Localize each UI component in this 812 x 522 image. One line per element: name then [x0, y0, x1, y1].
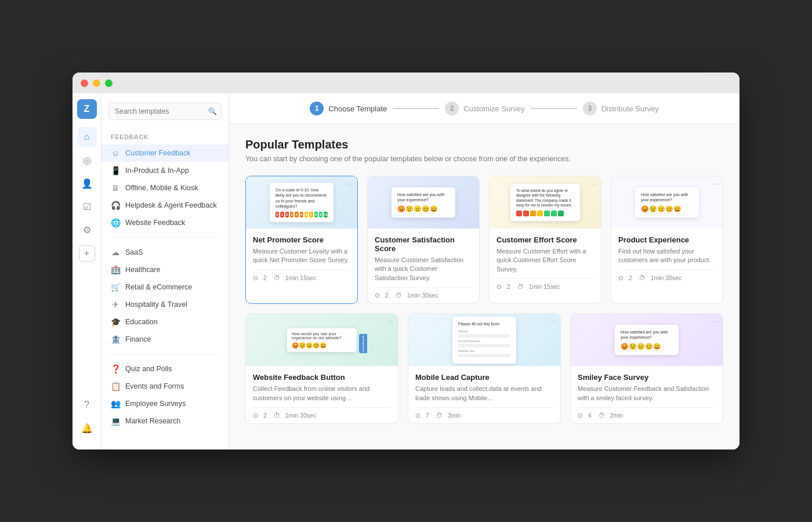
app-body: Z ⌂ ◎ 👤 ☑ ⚙ + ? 🔔 🔍 Feedback [72, 93, 740, 449]
sidebar-item-helpdesk[interactable]: 🎧 Helpdesk & Agent Feedback [102, 197, 229, 214]
step-label-2: Customize Survey [463, 104, 524, 113]
offline-icon: 🖥 [111, 183, 120, 193]
csat-check-icon: ⊙ [375, 292, 380, 299]
template-card-mlc[interactable]: ··· Please fill out this form: Name Emai… [408, 313, 561, 424]
education-icon: 🎓 [111, 317, 120, 327]
sidebar-item-customer-feedback[interactable]: ☺ Customer Feedback [102, 144, 229, 162]
sfs-clock-icon: ⏱ [599, 412, 605, 419]
pe-check-icon: ⊙ [618, 274, 624, 281]
hospitality-icon: ✈ [111, 300, 120, 309]
ces-title: Customer Effort Score [496, 235, 594, 244]
sidebar: 🔍 Feedback ☺ Customer Feedback 📱 In-Prod… [102, 93, 229, 449]
wfb-clock-icon: ⏱ [274, 412, 280, 419]
sidebar-item-market[interactable]: 💻 Market Research [102, 412, 229, 430]
sidebar-item-hospitality[interactable]: ✈ Hospitality & Travel [102, 296, 229, 313]
maximize-button[interactable] [105, 79, 113, 87]
main-content: 1 Choose Template 2 Customize Survey 3 [229, 93, 740, 449]
ces-preview: ··· To what extent do you agree or disag… [490, 176, 601, 229]
retail-icon: 🛒 [111, 282, 120, 292]
employee-icon: 👥 [111, 399, 120, 408]
wizard-step-1: 1 Choose Template [310, 102, 387, 115]
wfb-check-icon: ⊙ [253, 412, 258, 419]
ces-desc: Measure Customer Effort with a quick Cus… [496, 247, 594, 274]
sidebar-item-finance[interactable]: 🏦 Finance [102, 331, 229, 348]
sidebar-item-events[interactable]: 📋 Events and Forms [102, 378, 229, 395]
sidebar-item-quiz[interactable]: ❓ Quiz and Polls [102, 360, 229, 378]
mlc-clock-icon: ⏱ [436, 412, 443, 419]
step-circle-3: 3 [583, 102, 597, 115]
sidebar-item-in-product[interactable]: 📱 In-Product & In-App [102, 162, 229, 179]
template-area: Popular Templates You can start by choos… [229, 124, 740, 449]
step-line-2 [531, 108, 577, 109]
pe-card-body: Product Experience Find out how satisfie… [611, 229, 723, 286]
mlc-card-body: Mobile Lead Capture Capture leads and co… [408, 366, 560, 423]
sidebar-item-integrations[interactable]: ⚙ [77, 220, 97, 240]
csat-title: Customer Satisfaction Score [375, 235, 472, 253]
page-subtitle: You can start by choosing one of the pop… [245, 155, 723, 163]
template-card-pe[interactable]: ··· How satisfied are you with your expe… [611, 176, 723, 304]
sidebar-item-surveys[interactable]: ◎ [77, 150, 97, 170]
csat-clock-icon: ⏱ [396, 292, 402, 299]
sidebar-item-website[interactable]: 🌐 Website Feedback [102, 214, 229, 231]
csat-desc: Measure Customer Satisfaction with a qui… [375, 256, 472, 282]
pe-desc: Find out how satisfied your customers ar… [618, 247, 716, 265]
sidebar-label-feedback: Feedback [102, 129, 229, 144]
minimize-button[interactable] [93, 79, 100, 87]
close-button[interactable] [81, 79, 88, 87]
notifications-button[interactable]: 🔔 [77, 418, 97, 438]
wfb-preview: ··· How would you rate your experience o… [246, 314, 398, 366]
template-card-nps[interactable]: ··· On a scale of 0-10, how likely are y… [245, 176, 358, 304]
template-card-wfb[interactable]: ··· How would you rate your experience o… [245, 313, 398, 424]
help-button[interactable]: ? [77, 395, 97, 415]
sfs-card-body: Smiley Face Survey Measure Customer Feed… [571, 366, 723, 423]
nps-desc: Measure Customer Loyalty with a quick Ne… [253, 247, 350, 265]
template-card-ces[interactable]: ··· To what extent do you agree or disag… [489, 176, 601, 304]
nps-clock-icon: ⏱ [274, 274, 280, 281]
sidebar-item-home[interactable]: ⌂ [77, 127, 97, 147]
ces-check-icon: ⊙ [496, 283, 502, 290]
sidebar-item-offline[interactable]: 🖥 Offline, Mobile & Kiosk [102, 179, 229, 197]
template-card-csat[interactable]: ··· How satisfied are you with your expe… [367, 176, 480, 304]
templates-row-2: ··· How would you rate your experience o… [245, 313, 723, 424]
sfs-title: Smiley Face Survey [578, 373, 716, 382]
icon-bar: Z ⌂ ◎ 👤 ☑ ⚙ + ? 🔔 [72, 93, 102, 449]
wizard-bar: 1 Choose Template 2 Customize Survey 3 [229, 93, 740, 124]
mlc-preview: ··· Please fill out this form: Name Emai… [408, 314, 560, 366]
pe-clock-icon: ⏱ [639, 274, 646, 281]
mlc-desc: Capture leads and collect data at events… [415, 385, 553, 403]
sidebar-item-tasks[interactable]: ☑ [77, 197, 97, 216]
sidebar-item-contacts[interactable]: 👤 [77, 173, 97, 193]
pe-title: Product Experience [618, 235, 716, 244]
in-product-icon: 📱 [111, 166, 120, 175]
sfs-meta: ⊙ 4 ⏱ 2min [578, 407, 716, 419]
wfb-mini-card: How would you rate your experience on ou… [287, 328, 357, 352]
others-section: ❓ Quiz and Polls 📋 Events and Forms 👥 Em… [102, 360, 229, 430]
sidebar-item-saas[interactable]: ☁ SaaS [102, 244, 229, 261]
step-label-1: Choose Template [328, 104, 387, 113]
step-line-1 [393, 108, 439, 109]
quiz-icon: ❓ [111, 364, 120, 374]
mlc-mini-card: Please fill out this form: Name Email Ad… [452, 317, 516, 364]
nps-meta: ⊙ 2 ⏱ 1min 15sec [253, 270, 350, 281]
sidebar-item-education[interactable]: 🎓 Education [102, 313, 229, 331]
saas-icon: ☁ [111, 248, 120, 257]
app-window: Z ⌂ ◎ 👤 ☑ ⚙ + ? 🔔 🔍 Feedback [72, 72, 740, 449]
nps-title: Net Promoter Score [253, 235, 350, 244]
nps-card-body: Net Promoter Score Measure Customer Loya… [246, 229, 357, 286]
mlc-title: Mobile Lead Capture [415, 373, 553, 382]
sidebar-item-employee[interactable]: 👥 Employee Surveys [102, 395, 229, 412]
template-card-sfs[interactable]: ··· How satisfied are you with your expe… [570, 313, 723, 424]
sidebar-item-retail[interactable]: 🛒 Retail & eCommerce [102, 278, 229, 296]
ces-mini-card: To what extent do you agree or disagree … [510, 184, 580, 222]
search-input[interactable] [108, 103, 222, 120]
events-icon: 📋 [111, 382, 120, 391]
feedback-section: Feedback ☺ Customer Feedback 📱 In-Produc… [102, 129, 229, 231]
csat-card-body: Customer Satisfaction Score Measure Cust… [368, 229, 479, 303]
csat-meta: ⊙ 2 ⏱ 1min 30sec [375, 287, 472, 299]
add-button[interactable]: + [79, 245, 95, 262]
titlebar [72, 72, 740, 93]
wfb-card-body: Website Feedback Button Collect Feedback… [246, 366, 398, 423]
csat-mini-card: How satisfied are you with your experien… [392, 187, 455, 217]
wizard-step-2: 2 Customize Survey [445, 102, 524, 115]
sidebar-item-healthcare[interactable]: 🏥 Healthcare [102, 261, 229, 278]
